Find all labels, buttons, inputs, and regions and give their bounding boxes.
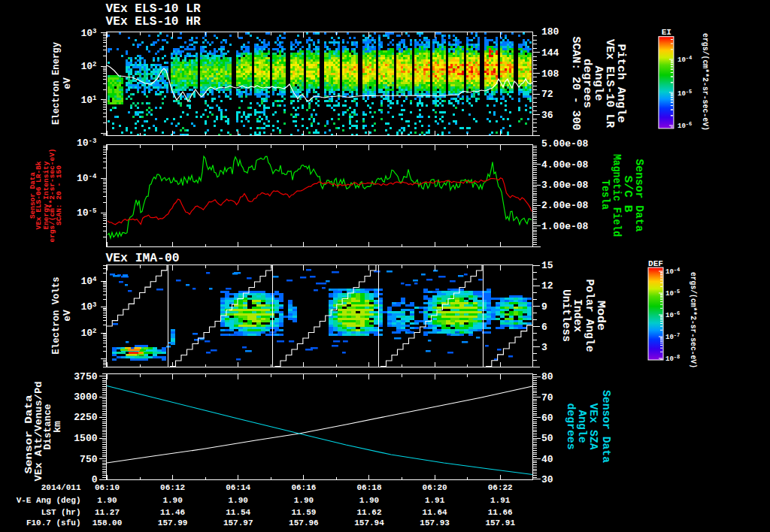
svg-text:72: 72 <box>541 89 553 100</box>
svg-text:ergs/(cm**2-sr-sec-eV): ergs/(cm**2-sr-sec-eV) <box>701 33 709 131</box>
svg-text:06:12: 06:12 <box>160 483 185 492</box>
svg-text:12: 12 <box>541 280 553 292</box>
svg-text:3000: 3000 <box>74 391 97 403</box>
svg-text:5.00e-08: 5.00e-08 <box>541 138 589 150</box>
svg-text:1500: 1500 <box>74 433 97 444</box>
svg-text:Unitless: Unitless <box>560 289 572 342</box>
svg-text:180: 180 <box>541 26 559 38</box>
svg-text:15: 15 <box>541 260 553 271</box>
svg-text:157.97: 157.97 <box>223 518 253 527</box>
svg-text:9: 9 <box>541 301 547 313</box>
svg-text:VEx SZA: VEx SZA <box>587 404 599 451</box>
svg-text:1.90: 1.90 <box>97 496 117 505</box>
svg-text:SCAN: 20 - 150: SCAN: 20 - 150 <box>55 165 63 225</box>
svg-text:EI: EI <box>662 28 671 37</box>
svg-text:2014/011: 2014/011 <box>41 483 81 492</box>
svg-text:36: 36 <box>541 110 553 121</box>
svg-text:06:18: 06:18 <box>356 483 381 492</box>
svg-text:1.90: 1.90 <box>162 496 182 505</box>
svg-text:11.46: 11.46 <box>160 508 185 517</box>
svg-text:1.00e-08: 1.00e-08 <box>541 221 589 232</box>
svg-text:1.90: 1.90 <box>294 496 314 505</box>
svg-text:Electron Energy: Electron Energy <box>50 42 62 125</box>
svg-text:40: 40 <box>541 454 553 465</box>
svg-text:11.66: 11.66 <box>488 508 513 517</box>
svg-text:Sensor Data: Sensor Data <box>633 159 645 233</box>
svg-text:Angle: Angle <box>576 410 588 443</box>
svg-text:1.90: 1.90 <box>228 496 247 505</box>
svg-text:VEx ELS-10 LR: VEx ELS-10 LR <box>106 2 201 16</box>
svg-text:ergs/(cm**2-sr-sec-eV): ergs/(cm**2-sr-sec-eV) <box>689 272 697 368</box>
svg-text:km: km <box>52 421 63 433</box>
svg-text:11.27: 11.27 <box>95 508 120 517</box>
svg-text:2.00e-08: 2.00e-08 <box>541 200 589 211</box>
svg-text:Magnetic Field: Magnetic Field <box>611 154 623 237</box>
svg-text:degrees: degrees <box>581 59 593 108</box>
svg-text:3750: 3750 <box>74 371 97 382</box>
svg-text:Angle: Angle <box>593 66 605 101</box>
svg-text:108: 108 <box>541 68 559 80</box>
svg-text:VEx ELS-10 HR: VEx ELS-10 HR <box>106 15 201 29</box>
svg-text:750: 750 <box>80 454 98 465</box>
svg-text:144: 144 <box>541 47 559 59</box>
svg-text:eV: eV <box>62 310 73 322</box>
svg-text:LST (hr): LST (hr) <box>41 508 81 517</box>
svg-text:50: 50 <box>541 433 553 444</box>
svg-text:Sensor Data: Sensor Data <box>600 390 612 464</box>
svg-text:30: 30 <box>541 474 553 485</box>
svg-text:Polar Angle: Polar Angle <box>584 280 596 352</box>
svg-text:Pitch Angle: Pitch Angle <box>615 44 627 123</box>
svg-text:eV: eV <box>62 77 73 89</box>
svg-text:11.62: 11.62 <box>356 508 381 517</box>
svg-text:Mode: Mode <box>595 301 607 331</box>
svg-text:4.00e-08: 4.00e-08 <box>541 159 589 171</box>
svg-text:1.90: 1.90 <box>359 496 379 505</box>
svg-text:DEF: DEF <box>648 259 663 268</box>
svg-text:F10.7 (sfu): F10.7 (sfu) <box>26 518 81 527</box>
svg-text:06:16: 06:16 <box>291 483 316 492</box>
svg-text:157.94: 157.94 <box>354 518 384 527</box>
svg-text:157.96: 157.96 <box>289 518 319 527</box>
svg-text:1.91: 1.91 <box>425 496 445 505</box>
svg-text:V-E Ang (deg): V-E Ang (deg) <box>17 496 81 505</box>
svg-text:SCAN: 20 - 300: SCAN: 20 - 300 <box>570 37 582 131</box>
svg-text:6: 6 <box>541 322 547 333</box>
svg-text:157.99: 157.99 <box>158 518 188 527</box>
svg-text:80: 80 <box>541 371 553 382</box>
svg-text:157.93: 157.93 <box>420 518 450 527</box>
svg-text:06:20: 06:20 <box>423 483 447 492</box>
svg-text:1.91: 1.91 <box>490 496 511 505</box>
svg-text:3.00e-08: 3.00e-08 <box>541 180 589 191</box>
svg-text:Index: Index <box>571 299 584 333</box>
svg-text:60: 60 <box>541 413 553 424</box>
svg-text:degrees: degrees <box>565 404 577 450</box>
svg-text:06:14: 06:14 <box>226 483 250 492</box>
svg-text:11.64: 11.64 <box>423 508 447 517</box>
svg-text:06:10: 06:10 <box>95 483 120 492</box>
svg-text:06:22: 06:22 <box>488 483 513 492</box>
svg-text:Tesla: Tesla <box>599 180 611 210</box>
svg-text:11.59: 11.59 <box>291 508 316 517</box>
svg-text:157.91: 157.91 <box>485 518 515 527</box>
svg-text:11.54: 11.54 <box>226 508 250 517</box>
svg-text:3: 3 <box>541 342 547 353</box>
svg-text:Electron Volts: Electron Volts <box>50 277 62 354</box>
svg-text:70: 70 <box>541 392 553 404</box>
svg-text:2250: 2250 <box>74 412 97 423</box>
svg-text:VEx IMA-00: VEx IMA-00 <box>106 252 180 265</box>
svg-text:158.00: 158.00 <box>92 518 123 527</box>
